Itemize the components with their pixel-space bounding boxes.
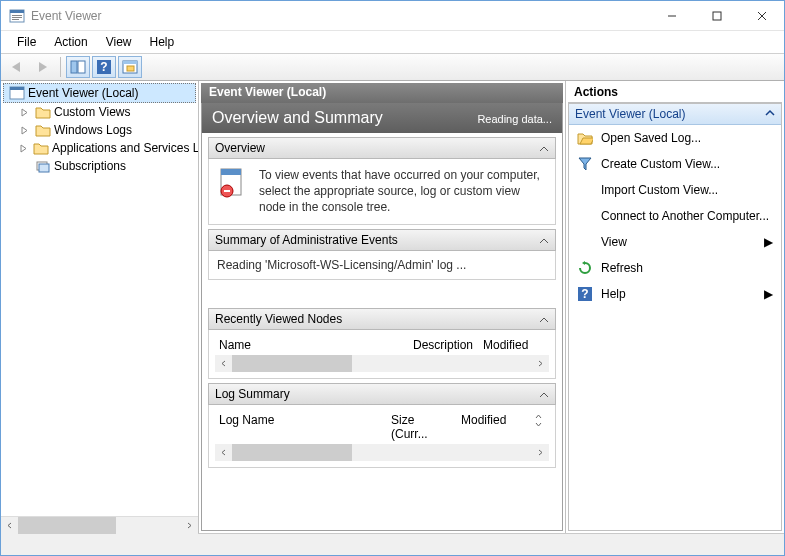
expand-icon[interactable]: [19, 125, 30, 136]
action-import-custom-view[interactable]: Import Custom View...: [569, 177, 781, 203]
recent-table: Name Description Modified: [215, 336, 549, 372]
action-refresh[interactable]: Refresh: [569, 255, 781, 281]
collapse-icon[interactable]: [539, 389, 549, 399]
refresh-icon: [577, 260, 593, 276]
tree-root[interactable]: Event Viewer (Local): [3, 83, 196, 103]
action-label: Create Custom View...: [601, 157, 773, 171]
action-label: Help: [601, 287, 756, 301]
section-recent-header[interactable]: Recently Viewed Nodes: [208, 308, 556, 330]
tree-label: Applications and Services Logs: [52, 141, 198, 155]
menu-bar: File Action View Help: [1, 31, 784, 53]
tree-root-label: Event Viewer (Local): [28, 86, 139, 100]
expand-icon[interactable]: [19, 143, 28, 154]
col-updown: [527, 411, 549, 443]
scroll-right-icon[interactable]: [532, 444, 549, 461]
actions-group-header[interactable]: Event Viewer (Local): [569, 104, 781, 125]
section-summary-header[interactable]: Summary of Administrative Events: [208, 229, 556, 251]
submenu-arrow-icon: ▶: [764, 287, 773, 301]
scroll-left-icon[interactable]: [1, 517, 18, 534]
close-button[interactable]: [739, 1, 784, 30]
collapse-icon[interactable]: [765, 107, 775, 121]
scroll-left-icon[interactable]: [215, 444, 232, 461]
properties-button[interactable]: [118, 56, 142, 78]
tree-label: Windows Logs: [54, 123, 132, 137]
scroll-down-icon[interactable]: [531, 421, 545, 429]
section-logsummary-header[interactable]: Log Summary: [208, 383, 556, 405]
maximize-button[interactable]: [694, 1, 739, 30]
actions-group-title: Event Viewer (Local): [575, 107, 686, 121]
blank-icon: [577, 182, 593, 198]
overview-title-bar: Overview and Summary Reading data...: [202, 103, 562, 133]
action-view[interactable]: View ▶: [569, 229, 781, 255]
menu-file[interactable]: File: [9, 33, 44, 51]
scroll-track[interactable]: [232, 444, 532, 461]
funnel-icon: [577, 156, 593, 172]
col-size[interactable]: Size (Curr...: [387, 411, 457, 443]
scroll-thumb[interactable]: [232, 444, 352, 461]
svg-rect-17: [10, 87, 24, 90]
section-recent-body: Name Description Modified: [208, 330, 556, 379]
status-bar: [1, 533, 784, 555]
col-modified[interactable]: Modified: [457, 411, 527, 443]
action-label: Import Custom View...: [601, 183, 773, 197]
overview-scroll[interactable]: Overview To view events that have occurr…: [202, 133, 562, 530]
section-title: Overview: [215, 141, 265, 155]
scroll-right-icon[interactable]: [532, 355, 549, 372]
expand-icon[interactable]: [19, 107, 30, 118]
action-open-saved-log[interactable]: Open Saved Log...: [569, 125, 781, 151]
tree-label: Custom Views: [54, 105, 130, 119]
menu-help[interactable]: Help: [142, 33, 183, 51]
submenu-arrow-icon: ▶: [764, 235, 773, 249]
table-header-row: Log Name Size (Curr... Modified: [215, 411, 549, 443]
col-modified[interactable]: Modified: [479, 336, 549, 354]
section-title: Summary of Administrative Events: [215, 233, 398, 247]
action-create-custom-view[interactable]: Create Custom View...: [569, 151, 781, 177]
action-help[interactable]: ? Help ▶: [569, 281, 781, 307]
tree-hscrollbar[interactable]: [1, 516, 198, 533]
section-summary-body: Reading 'Microsoft-WS-Licensing/Admin' l…: [208, 251, 556, 280]
tree-node-applications-services[interactable]: Applications and Services Logs: [3, 139, 196, 157]
section-overview-body: To view events that have occurred on you…: [208, 159, 556, 225]
col-description[interactable]: Description: [409, 336, 479, 354]
svg-rect-3: [12, 17, 22, 18]
section-overview-header[interactable]: Overview: [208, 137, 556, 159]
center-header: Event Viewer (Local): [201, 83, 563, 103]
menu-action[interactable]: Action: [46, 33, 95, 51]
scroll-right-icon[interactable]: [181, 517, 198, 534]
minimize-button[interactable]: [649, 1, 694, 30]
collapse-icon[interactable]: [539, 314, 549, 324]
toolbar-separator: [60, 57, 61, 77]
svg-rect-2: [12, 15, 22, 16]
forward-button[interactable]: [31, 56, 55, 78]
svg-rect-15: [127, 66, 134, 71]
summary-text: Reading 'Microsoft-WS-Licensing/Admin' l…: [217, 257, 466, 273]
scroll-track[interactable]: [18, 517, 181, 534]
section-title: Log Summary: [215, 387, 290, 401]
expand-spacer: [19, 161, 30, 172]
col-logname[interactable]: Log Name: [215, 411, 387, 443]
col-name[interactable]: Name: [215, 336, 409, 354]
logsummary-table: Log Name Size (Curr... Modified: [215, 411, 549, 461]
scroll-left-icon[interactable]: [215, 355, 232, 372]
scroll-up-icon[interactable]: [531, 413, 545, 421]
show-tree-button[interactable]: [66, 56, 90, 78]
collapse-icon[interactable]: [539, 143, 549, 153]
tree-node-custom-views[interactable]: Custom Views: [3, 103, 196, 121]
scroll-thumb[interactable]: [18, 517, 116, 534]
collapse-icon[interactable]: [539, 235, 549, 245]
scroll-thumb[interactable]: [232, 355, 352, 372]
window-controls: [649, 1, 784, 30]
tree-content: Event Viewer (Local) Custom Views Window…: [1, 81, 198, 516]
svg-rect-21: [221, 169, 241, 175]
scroll-track[interactable]: [232, 355, 532, 372]
back-button[interactable]: [5, 56, 29, 78]
actions-header: Actions: [568, 83, 782, 103]
action-connect-computer[interactable]: Connect to Another Computer...: [569, 203, 781, 229]
menu-view[interactable]: View: [98, 33, 140, 51]
tree-node-subscriptions[interactable]: Subscriptions: [3, 157, 196, 175]
tree-panel: Event Viewer (Local) Custom Views Window…: [1, 81, 199, 533]
recent-hscroll[interactable]: [215, 356, 549, 372]
logsummary-hscroll[interactable]: [215, 445, 549, 461]
tree-node-windows-logs[interactable]: Windows Logs: [3, 121, 196, 139]
help-button[interactable]: ?: [92, 56, 116, 78]
